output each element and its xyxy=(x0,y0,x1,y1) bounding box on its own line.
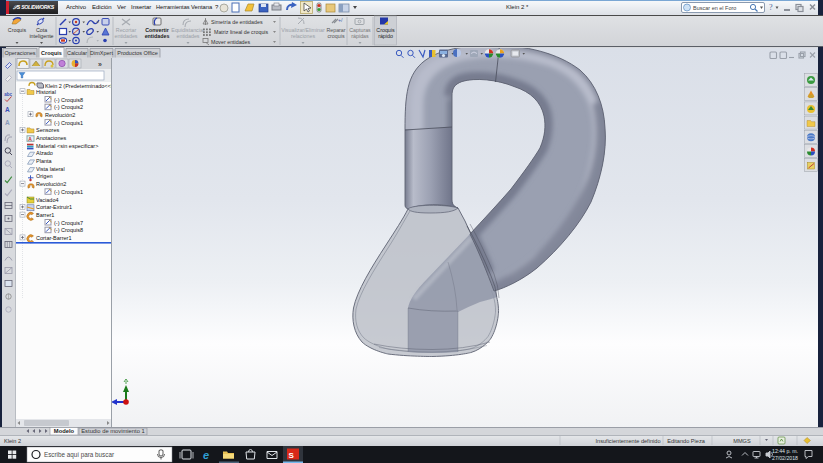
svg-text:Revolución2: Revolución2 xyxy=(45,112,75,118)
svg-text:Modelo: Modelo xyxy=(54,428,75,434)
svg-text:relaciones: relaciones xyxy=(291,33,315,39)
svg-text:entidades: entidades xyxy=(115,33,138,39)
svg-text:Estudio de movimiento 1: Estudio de movimiento 1 xyxy=(81,428,144,434)
svg-text:Revolución2: Revolución2 xyxy=(36,181,66,187)
svg-text:Croquis: Croquis xyxy=(41,50,62,56)
svg-text:A: A xyxy=(5,119,10,126)
svg-text:(-) Croquis1: (-) Croquis1 xyxy=(54,189,83,195)
svg-text:rápido: rápido xyxy=(378,33,393,39)
svg-text:e: e xyxy=(203,449,209,461)
svg-text:DimXpert: DimXpert xyxy=(90,50,113,56)
svg-text:Croquis: Croquis xyxy=(8,27,27,33)
svg-text:croquis: croquis xyxy=(327,33,344,39)
svg-text:Vaciado4: Vaciado4 xyxy=(36,197,59,203)
svg-text:(-) Croquis7: (-) Croquis7 xyxy=(54,220,83,226)
svg-text:Editando Pieza: Editando Pieza xyxy=(667,438,706,444)
svg-text:(-) Croquis2: (-) Croquis2 xyxy=(54,104,83,110)
svg-text:Vista lateral: Vista lateral xyxy=(36,166,65,172)
svg-text:27/02/2018: 27/02/2018 xyxy=(772,455,798,461)
svg-text:Cortar-Barrer1: Cortar-Barrer1 xyxy=(36,235,71,241)
svg-text:Klein 2: Klein 2 xyxy=(4,438,21,444)
svg-text:+/: +/ xyxy=(338,17,343,23)
svg-text:rápidas: rápidas xyxy=(351,33,369,39)
svg-text:Origen: Origen xyxy=(36,173,53,179)
svg-text:Barrer1: Barrer1 xyxy=(36,212,54,218)
svg-text:Historial: Historial xyxy=(36,89,56,95)
svg-text:Material <sin especificar>: Material <sin especificar> xyxy=(36,143,98,149)
svg-text:Simetría de entidades: Simetría de entidades xyxy=(211,19,263,25)
svg-text:A: A xyxy=(5,106,10,113)
svg-text:entidades: entidades xyxy=(177,33,200,39)
svg-text:?: ? xyxy=(769,3,773,12)
svg-text:Sensores: Sensores xyxy=(36,127,59,133)
svg-text:(-) Croquis8: (-) Croquis8 xyxy=(54,227,83,233)
svg-text:Planta: Planta xyxy=(36,158,53,164)
svg-text:Operaciones: Operaciones xyxy=(4,50,35,56)
svg-text:Calcular: Calcular xyxy=(67,50,87,56)
svg-text:Mover entidades: Mover entidades xyxy=(211,39,251,45)
svg-text:inteligente: inteligente xyxy=(29,33,53,39)
svg-text:entidades: entidades xyxy=(145,33,170,39)
svg-text:(-) Croquis8: (-) Croquis8 xyxy=(54,97,83,103)
svg-text:A: A xyxy=(28,136,32,142)
svg-text:Escribe aquí para buscar: Escribe aquí para buscar xyxy=(44,451,114,459)
svg-text:»: » xyxy=(98,61,102,68)
svg-text:12:44 p. m.: 12:44 p. m. xyxy=(772,448,798,454)
svg-text:MMGS: MMGS xyxy=(733,438,751,444)
svg-text:Buscar en el Foro: Buscar en el Foro xyxy=(693,5,736,11)
svg-text:Insuficientemente definido: Insuficientemente definido xyxy=(596,438,661,444)
svg-text:(-) Croquis1: (-) Croquis1 xyxy=(54,120,83,126)
svg-text:Alzado: Alzado xyxy=(36,150,53,156)
svg-text:Anotaciones: Anotaciones xyxy=(36,135,67,141)
svg-text:Matriz lineal de croquis: Matriz lineal de croquis xyxy=(214,29,269,35)
svg-text:Productos Office: Productos Office xyxy=(117,50,158,56)
svg-text:Cortar-Extruir1: Cortar-Extruir1 xyxy=(36,204,72,210)
svg-text:S: S xyxy=(289,451,295,460)
